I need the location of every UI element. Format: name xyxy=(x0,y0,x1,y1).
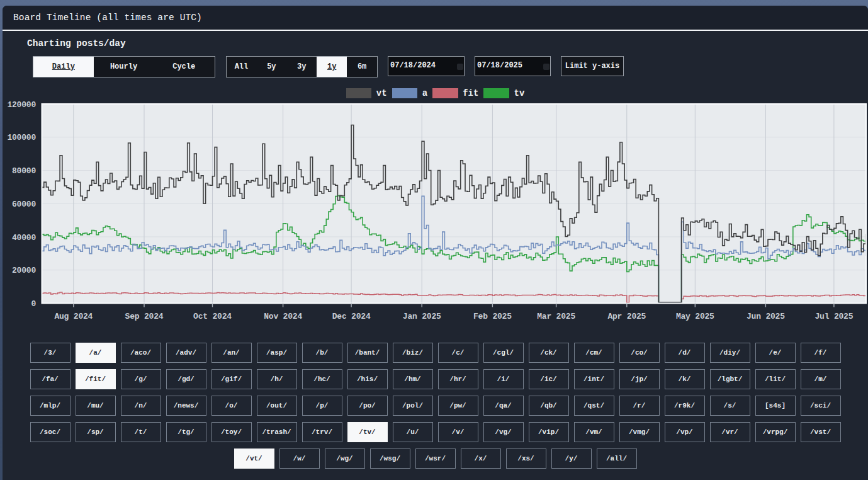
svg-text:Mar 2025: Mar 2025 xyxy=(537,312,575,321)
svg-text:Nov 2024: Nov 2024 xyxy=(264,312,302,321)
svg-text:Jan 2025: Jan 2025 xyxy=(403,312,441,321)
svg-text:120000: 120000 xyxy=(7,100,36,110)
svg-text:40000: 40000 xyxy=(12,233,36,243)
svg-text:Feb 2025: Feb 2025 xyxy=(473,312,512,321)
svg-text:Apr 2025: Apr 2025 xyxy=(607,312,646,321)
svg-text:60000: 60000 xyxy=(12,200,36,209)
svg-text:Sep 2024: Sep 2024 xyxy=(125,312,164,321)
svg-text:20000: 20000 xyxy=(12,266,36,275)
svg-text:Jul 2025: Jul 2025 xyxy=(814,312,853,321)
svg-text:Jun 2025: Jun 2025 xyxy=(747,312,785,321)
svg-text:Dec 2024: Dec 2024 xyxy=(332,312,371,321)
svg-text:Oct 2024: Oct 2024 xyxy=(193,312,232,321)
svg-text:0: 0 xyxy=(31,299,36,309)
svg-text:100000: 100000 xyxy=(7,133,36,142)
svg-text:Aug 2024: Aug 2024 xyxy=(54,312,93,321)
svg-text:May 2025: May 2025 xyxy=(676,312,714,321)
svg-text:80000: 80000 xyxy=(12,166,36,176)
